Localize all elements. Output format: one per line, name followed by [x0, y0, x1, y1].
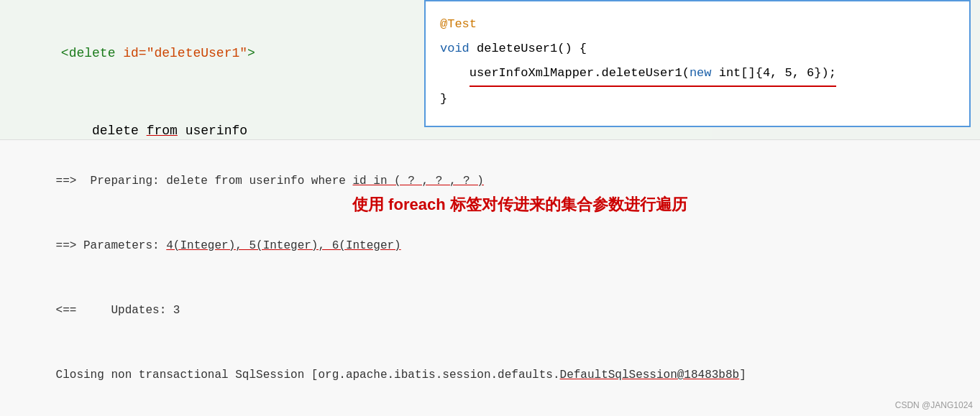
main-container: <delete id="deleteUser1"> delete from us…	[0, 0, 980, 416]
java-line-4: }	[440, 87, 955, 111]
java-line-3: userInfoXmlMapper.deleteUser1(new int[]{…	[440, 61, 955, 87]
console-line-2: ==> Parameters: 4(Integer), 5(Integer), …	[14, 213, 966, 278]
console-line-3: <== Updates: 3	[14, 278, 966, 343]
console-area: ==> Preparing: delete from userinfo wher…	[0, 139, 980, 416]
java-line-1: @Test	[440, 12, 955, 37]
foreach-annotation: 使用 foreach 标签对传进来的集合参数进行遍历	[352, 194, 687, 216]
java-line-2: void deleteUser1() {	[440, 37, 955, 61]
console-line-4: Closing non transactional SqlSession [or…	[14, 343, 966, 407]
java-popup: @Test void deleteUser1() { userInfoXmlMa…	[424, 0, 971, 127]
watermark: CSDN @JANG1024	[895, 400, 973, 410]
